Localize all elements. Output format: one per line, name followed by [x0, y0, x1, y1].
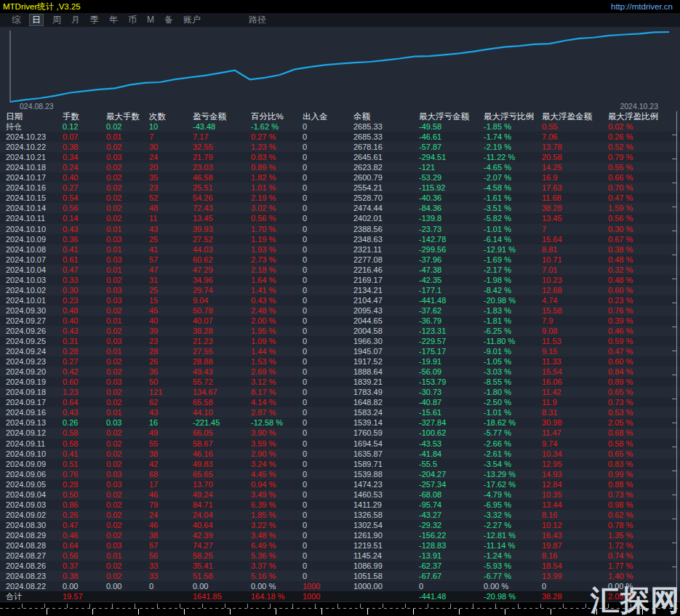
table-cell: 0.48 — [63, 305, 106, 316]
table-cell: 1539.88 — [353, 469, 419, 479]
column-header: 日期 — [6, 111, 63, 121]
table-cell: -441.48 — [419, 295, 484, 305]
table-row: 2024.10.090.360.032527.521.19 %02348.63-… — [0, 234, 680, 244]
table-cell: 28 — [149, 346, 193, 356]
table-cell: 21.79 — [193, 152, 251, 162]
table-cell: 0.00 — [193, 581, 251, 591]
table-cell: 2024.10.02 — [6, 285, 63, 295]
table-cell: 3.22 % — [251, 520, 303, 530]
menu-item-周[interactable]: 周 — [51, 14, 63, 26]
table-cell: 2678.16 — [353, 142, 419, 152]
table-cell: 45 — [149, 305, 193, 316]
table-cell: 0.40 — [63, 316, 106, 326]
table-row: 2024.08.290.460.023842.393.48 %01261.90-… — [0, 530, 680, 540]
table-cell: -2.17 % — [484, 265, 542, 275]
table-cell: 20.58 — [542, 152, 608, 162]
table-cell: 0.01 — [106, 407, 149, 417]
equity-chart-svg — [0, 27, 680, 111]
table-cell: -11.80 % — [484, 336, 542, 346]
table-cell: 2024.09.20 — [6, 367, 63, 377]
table-cell: 0 — [419, 581, 484, 591]
menu-item-月[interactable]: 月 — [70, 14, 81, 26]
table-cell: 0.03 — [106, 336, 149, 346]
menu-item-日[interactable]: 日 — [29, 14, 44, 26]
ruler-major-ticks — [1, 609, 680, 615]
table-cell: -1.83 % — [484, 305, 542, 316]
table-cell: 0.55 % — [608, 162, 680, 172]
table-cell: 27.55 — [193, 346, 251, 356]
table-cell: 57 — [149, 540, 193, 551]
table-cell: 49.83 — [193, 459, 251, 469]
menu-item-综[interactable]: 综 — [10, 14, 22, 26]
table-cell: 2402.01 — [353, 213, 419, 223]
table-row: 2024.09.260.430.023938.281.95 %02004.58-… — [0, 326, 680, 336]
menu-item-账户[interactable]: 账户 — [182, 14, 202, 26]
table-cell: 57 — [149, 255, 193, 265]
table-cell: -55.5 — [419, 459, 484, 469]
table-row: 持仓0.120.0210-43.48-1.62 %02685.33-49.58-… — [0, 121, 680, 132]
table-cell: 1.82 % — [251, 172, 303, 183]
table-row: 2024.10.020.300.032529.741.41 %02134.21-… — [0, 285, 680, 295]
table-row: 2024.10.030.330.023134.961.64 %02169.17-… — [0, 275, 680, 285]
table-cell: 27.52 — [193, 234, 251, 244]
table-cell: 1.53 % — [251, 356, 303, 367]
table-cell: 13.78 — [542, 142, 608, 152]
menu-items: 综日周月季年币M备账户 — [10, 14, 202, 26]
table-cell: 0.02 — [106, 387, 149, 397]
table-cell: -6.14 % — [484, 234, 542, 244]
table-cell: 0.58 — [63, 439, 106, 449]
table-cell: 0 — [303, 305, 353, 316]
menu-item-备[interactable]: 备 — [163, 14, 175, 26]
app-url-link[interactable]: http://mtdriver.cn — [611, 2, 680, 11]
column-header: 盈亏金额 — [193, 111, 251, 121]
table-cell: -20.98 % — [484, 591, 542, 601]
table-cell: 28.88 — [193, 356, 251, 367]
table-cell: 2024.10.03 — [6, 275, 63, 285]
table-cell: 0.01 — [106, 551, 149, 561]
table-cell: 0.43 — [63, 224, 106, 234]
table-cell: 1.01 % — [251, 183, 303, 193]
table-cell: -62.37 — [419, 561, 484, 571]
table-cell: 0.60 — [63, 377, 106, 387]
menu-item-币[interactable]: 币 — [127, 14, 138, 26]
table-cell: 48 — [149, 203, 193, 213]
menu-item-path[interactable]: 路径 — [249, 14, 266, 26]
table-cell: 0.64 — [63, 540, 106, 551]
menu-item-年[interactable]: 年 — [108, 14, 119, 26]
table-cell: 2024.09.17 — [6, 397, 63, 407]
menu-item-M[interactable]: M — [145, 14, 156, 26]
table-cell: 0 — [303, 213, 353, 223]
table-cell: -13.29 % — [484, 469, 542, 479]
table-cell: -37.62 — [419, 305, 484, 316]
table-cell: 3.48 % — [251, 530, 303, 540]
table-cell: 11.68 — [542, 193, 608, 203]
table-cell: -29.32 — [419, 520, 484, 530]
table-cell: 24 — [149, 152, 193, 162]
table-cell: 0.26 — [63, 510, 106, 520]
table-cell: 13.44 — [542, 500, 608, 510]
table-cell: 40 — [149, 316, 193, 326]
table-cell: 0.02 — [106, 439, 149, 449]
table-row: 2024.10.150.540.025254.262.19 %02528.70-… — [0, 193, 680, 203]
right-scrollbar-ruler[interactable] — [672, 111, 677, 602]
table-cell: -6.77 % — [484, 571, 542, 581]
menu-item-季[interactable]: 季 — [89, 14, 100, 26]
table-cell: 0 — [303, 152, 353, 162]
table-cell: 2.48 % — [251, 305, 303, 316]
table-cell: -299.56 — [419, 244, 484, 255]
table-cell: 1839.21 — [353, 377, 419, 387]
table-cell: 49.24 — [193, 489, 251, 500]
table-cell: 2277.08 — [353, 255, 419, 265]
table-cell: 24.04 — [193, 510, 251, 520]
table-cell: 3.37 % — [251, 561, 303, 571]
bottom-time-ruler[interactable] — [0, 602, 680, 616]
table-cell: 0 — [303, 295, 353, 305]
table-cell: 0 — [303, 479, 353, 489]
table-cell: 79 — [149, 500, 193, 510]
table-cell: 68 — [149, 469, 193, 479]
table-cell: -11.14 % — [484, 540, 542, 551]
table-cell: -2.19 % — [484, 142, 542, 152]
table-cell: 0 — [303, 326, 353, 336]
table-cell: 3.90 % — [251, 428, 303, 438]
table-cell: 2024.08.26 — [6, 561, 63, 571]
